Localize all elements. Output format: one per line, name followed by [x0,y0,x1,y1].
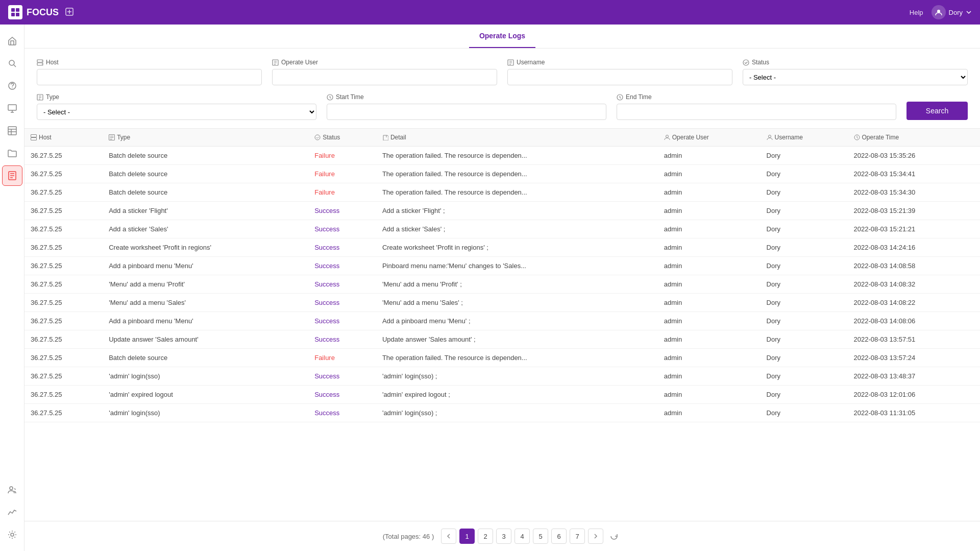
cell-type: 'admin' expired logout [103,386,308,404]
sidebar-item-users[interactable] [2,480,22,500]
cell-operate-user: admin [658,404,761,422]
cell-host: 36.27.5.25 [24,404,103,422]
help-icon [8,81,17,90]
filter-group-host: Host [37,59,262,85]
settings-icon [8,530,17,539]
analytics-icon [8,508,17,517]
cell-type: 'admin' login(sso) [103,404,308,422]
cell-detail: 'Menu' add a menu 'Sales' ; [376,294,658,312]
start-time-input[interactable] [327,104,606,120]
cell-status: Failure [308,183,376,202]
status-icon [743,59,749,66]
cell-detail: 'admin' login(sso) ; [376,367,658,386]
cell-detail: Add a sticker 'Sales' ; [376,220,658,238]
sidebar-item-logs[interactable] [2,165,22,186]
cell-operate-user: admin [658,183,761,202]
cell-operate-user: admin [658,349,761,367]
cell-username: Dory [761,220,848,238]
page-4-button[interactable]: 4 [514,529,530,544]
cell-host: 36.27.5.25 [24,312,103,330]
sidebar-item-monitor[interactable] [2,98,22,118]
refresh-button[interactable] [606,529,622,544]
cell-operate-time: 2022-08-03 12:01:06 [848,386,981,404]
cell-operate-time: 2022-08-03 14:08:32 [848,275,981,294]
cell-host: 36.27.5.25 [24,349,103,367]
help-link[interactable]: Help [910,9,923,16]
table-body: 36.27.5.25 Batch delete source Failure T… [24,147,980,422]
avatar [932,5,946,19]
sidebar-item-settings[interactable] [2,524,22,545]
cell-host: 36.27.5.25 [24,294,103,312]
page-7-button[interactable]: 7 [570,529,585,544]
user-menu[interactable]: Dory [932,5,972,19]
cell-host: 36.27.5.25 [24,386,103,404]
col-detail: Detail [376,129,658,147]
cell-username: Dory [761,257,848,275]
host-input[interactable] [37,69,262,85]
cell-host: 36.27.5.25 [24,367,103,386]
svg-rect-36 [31,138,37,140]
sidebar-item-search[interactable] [2,53,22,74]
svg-rect-0 [11,8,15,12]
sidebar-item-table[interactable] [2,121,22,141]
cell-username: Dory [761,349,848,367]
monitor-icon [8,104,17,113]
cell-username: Dory [761,330,848,349]
cell-username: Dory [761,238,848,257]
cell-operate-user: admin [658,330,761,349]
table-row: 36.27.5.25 Add a sticker 'Sales' Success… [24,220,980,238]
cell-type: 'Menu' add a menu 'Sales' [103,294,308,312]
page-1-button[interactable]: 1 [459,529,475,544]
svg-point-24 [11,533,14,536]
cell-status: Success [308,220,376,238]
page-header: Operate Logs [24,25,980,49]
sidebar-item-home[interactable] [2,31,22,51]
page-2-button[interactable]: 2 [478,529,493,544]
folder-icon [8,149,17,158]
page-5-button[interactable]: 5 [533,529,548,544]
status-select[interactable]: - Select - Success Failure [743,69,968,85]
search-button[interactable]: Search [906,102,968,120]
svg-point-38 [315,135,320,140]
username-input[interactable] [507,69,732,85]
col-host-icon [31,134,37,140]
cell-operate-time: 2022-08-03 15:34:30 [848,183,981,202]
cell-operate-user: admin [658,367,761,386]
end-time-input[interactable] [617,104,896,120]
table-row: 36.27.5.25 'admin' login(sso) Success 'a… [24,367,980,386]
cell-operate-time: 2022-08-03 11:31:05 [848,404,981,422]
add-icon[interactable] [65,7,74,18]
table-icon [8,126,17,135]
cell-operate-user: admin [658,294,761,312]
prev-page-button[interactable] [441,529,456,544]
cell-username: Dory [761,404,848,422]
page-6-button[interactable]: 6 [551,529,567,544]
cell-operate-time: 2022-08-03 14:08:58 [848,257,981,275]
next-page-button[interactable] [588,529,603,544]
filter-section: Host Operate User Username [24,49,980,129]
col-detail-icon [382,134,388,140]
username-icon [507,59,514,66]
sidebar-item-analytics[interactable] [2,502,22,522]
svg-rect-12 [8,105,16,110]
cell-operate-time: 2022-08-03 14:24:16 [848,238,981,257]
operate-logs-table: Host Type Status [24,129,980,422]
cell-host: 36.27.5.25 [24,202,103,220]
table-row: 36.27.5.25 'admin' expired logout Succes… [24,386,980,404]
sidebar-item-help[interactable] [2,76,22,96]
cell-type: Add a sticker 'Flight' [103,202,308,220]
type-select[interactable]: - Select - Batch delete source Add a sti… [37,104,316,120]
svg-line-9 [14,65,16,67]
operate-user-input[interactable] [272,69,497,85]
cell-username: Dory [761,183,848,202]
content-area: Operate Logs Host Operate User [24,25,980,551]
filter-group-username: Username [507,59,732,85]
table-row: 36.27.5.25 Batch delete source Failure T… [24,183,980,202]
cell-operate-time: 2022-08-03 15:35:26 [848,147,981,165]
page-3-button[interactable]: 3 [496,529,511,544]
page-title[interactable]: Operate Logs [469,25,535,48]
cell-detail: Pinboard menu name:'Menu' changes to 'Sa… [376,257,658,275]
sidebar-item-folder[interactable] [2,143,22,163]
cell-operate-user: admin [658,275,761,294]
cell-type: 'Menu' add a menu 'Profit' [103,275,308,294]
